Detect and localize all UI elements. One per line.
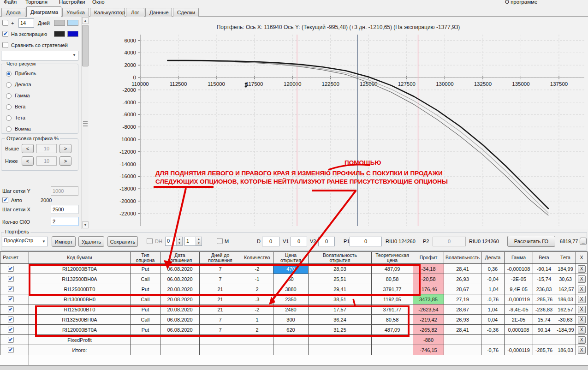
row-checkbox[interactable]: ✔ <box>8 266 14 272</box>
tab-сделки[interactable]: Сделки <box>173 8 199 17</box>
column-header-16: X <box>576 252 588 264</box>
spacer-cell <box>21 304 29 315</box>
vol-cell: 27,19 <box>444 294 481 304</box>
spacer-cell <box>21 335 29 345</box>
code-cell: RI132500BH0A <box>29 274 131 284</box>
v1-field[interactable]: 0 <box>291 237 307 246</box>
tab-лог[interactable]: Лог <box>126 8 144 17</box>
days-color-swatch-1[interactable] <box>54 20 65 26</box>
sidebar-scrollbar[interactable]: ▲ ▼ <box>81 17 89 229</box>
strategy-dropdown[interactable]: ▼ <box>1 51 78 60</box>
open-cell: 470 <box>273 264 309 274</box>
radio-option-дельта[interactable]: Дельта <box>6 82 75 88</box>
radio-option-тета[interactable]: Тета <box>6 115 75 121</box>
calc-cell: ✔ <box>0 284 21 294</box>
scroll-up-icon[interactable]: ▲ <box>82 17 89 24</box>
remove-row-button[interactable]: X <box>578 346 586 354</box>
profit-cell: -880 <box>413 335 444 345</box>
dh-spinner-2[interactable]: 1▲▼ <box>184 237 202 246</box>
row-checkbox[interactable]: ✔ <box>8 337 14 343</box>
gamma-cell: 2E-05 <box>505 315 533 325</box>
svg-text:-6000: -6000 <box>123 112 136 117</box>
remove-cell: X <box>576 315 588 325</box>
dh-checkbox[interactable] <box>147 238 153 244</box>
splitter-grip-icon[interactable] <box>83 121 88 126</box>
remove-row-button[interactable]: X <box>578 275 586 283</box>
delta-cell: -1,04 <box>481 284 505 294</box>
save-button[interactable]: Сохранить <box>107 236 138 247</box>
below-decrement-button[interactable]: < <box>22 156 34 166</box>
row-checkbox[interactable]: ✔ <box>8 286 14 292</box>
expiration-color-swatch-2[interactable] <box>67 31 78 37</box>
days-cell: 7 <box>200 274 241 284</box>
d-field[interactable]: 0 <box>262 237 279 246</box>
radio-option-прибыль[interactable]: Прибыль <box>6 71 75 77</box>
compare-strategy-checkbox[interactable] <box>2 42 8 48</box>
expiration-color-swatch-1[interactable] <box>54 31 65 37</box>
remove-row-button[interactable]: X <box>578 326 586 334</box>
chart-settings-panel: + Дней ✔ На экспирацию Сравнить со страт… <box>0 17 81 229</box>
radio-option-вега[interactable]: Вега <box>6 104 75 110</box>
menu-item-4[interactable]: Окно <box>92 0 105 5</box>
row-checkbox[interactable]: ✔ <box>8 327 14 333</box>
above-increment-button[interactable]: > <box>59 144 71 153</box>
grid-step-x-label: Шаг сетки X <box>2 207 30 212</box>
profit-cell: -176,46 <box>413 284 444 294</box>
remove-row-button[interactable]: X <box>578 265 586 273</box>
import-button[interactable]: Импорт <box>52 236 76 247</box>
row-checkbox[interactable]: ✔ <box>8 306 14 312</box>
expiration-checkbox[interactable]: ✔ <box>2 31 8 37</box>
row-checkbox[interactable]: ✔ <box>8 316 14 322</box>
radio-option-вомма[interactable]: Вомма <box>6 126 75 132</box>
row-checkbox[interactable]: ✔ <box>8 276 14 282</box>
delete-button[interactable]: Удалить <box>78 236 104 247</box>
remove-row-button[interactable]: X <box>578 316 586 323</box>
dh-spinner-1[interactable]: 0▲▼ <box>165 237 183 246</box>
p1-field[interactable]: 0 <box>350 237 382 246</box>
menu-item-2[interactable]: Торговля <box>25 0 48 5</box>
radio-icon <box>6 82 12 88</box>
tab-калькулятор[interactable]: Калькулятор <box>90 8 125 17</box>
below-increment-button[interactable]: > <box>59 156 71 166</box>
radio-option-гамма[interactable]: Гамма <box>6 93 75 99</box>
days-color-swatch-2[interactable] <box>67 20 78 26</box>
auto-checkbox[interactable]: ✔ <box>2 197 8 203</box>
remove-row-button[interactable]: X <box>578 336 586 344</box>
days-cell: 7 <box>200 315 241 325</box>
spacer-cell <box>21 345 29 355</box>
menu-item-about[interactable]: О программе <box>505 0 537 5</box>
v2-field[interactable]: 0 <box>318 237 335 246</box>
tab-улыбка[interactable]: Улыбка <box>62 8 89 17</box>
row-checkbox[interactable]: ✔ <box>8 296 14 302</box>
remove-row-button[interactable]: X <box>578 296 586 303</box>
theta-cell: 30,63 <box>555 274 576 284</box>
tab-данные[interactable]: Данные <box>145 8 172 17</box>
svg-text:-14000: -14000 <box>119 161 136 167</box>
menu-item-3[interactable]: Настройки <box>59 0 85 5</box>
m-checkbox[interactable] <box>217 238 223 244</box>
menu-item-1[interactable]: Файл <box>4 0 17 5</box>
svg-text:0: 0 <box>133 75 136 80</box>
row-checkbox[interactable]: ✔ <box>8 347 14 353</box>
profit-chart[interactable]: 6000400020000-2000-4000-6000-8000-10000-… <box>89 17 588 229</box>
vol-cell: 26,93 <box>444 315 481 325</box>
remove-row-button[interactable]: X <box>578 306 586 313</box>
gamma-cell: -0,000119 <box>505 345 533 355</box>
above-decrement-button[interactable]: < <box>22 144 34 153</box>
date-cell: 20.08.2020 <box>160 304 200 315</box>
preset-dropdown[interactable]: ПродКорСтр ▼ <box>2 237 48 246</box>
scrollbar-thumb[interactable] <box>82 25 89 66</box>
collapse-button[interactable]: _ <box>580 238 587 245</box>
tab-доска[interactable]: Доска <box>1 8 25 17</box>
days-cell <box>200 345 241 355</box>
plus-days-checkbox[interactable] <box>2 20 8 26</box>
scroll-down-icon[interactable]: ▼ <box>82 221 89 228</box>
days-input[interactable] <box>18 18 34 28</box>
column-header-6: Количество <box>241 252 273 264</box>
remove-row-button[interactable]: X <box>578 286 586 293</box>
grid-step-x-input[interactable] <box>51 205 78 214</box>
calculate-margin-button[interactable]: Рассчитать ГО <box>507 236 555 247</box>
sko-count-input[interactable] <box>51 217 78 226</box>
tab-диаграмма[interactable]: Диаграмма <box>26 6 61 17</box>
delta-cell: 0,04 <box>481 315 505 325</box>
